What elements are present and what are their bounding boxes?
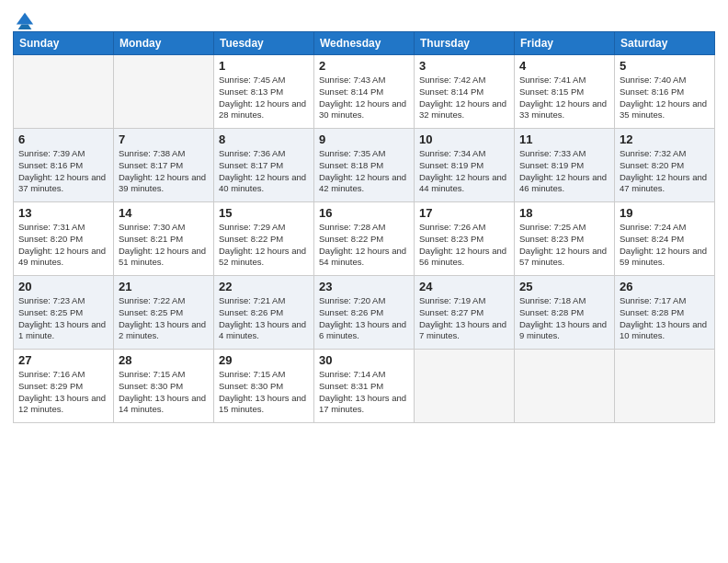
weekday-sunday: Sunday	[14, 32, 114, 55]
day-26: 26Sunrise: 7:17 AMSunset: 8:28 PMDayligh…	[615, 276, 715, 350]
day-info: Sunrise: 7:45 AMSunset: 8:13 PMDaylight:…	[219, 75, 309, 121]
day-number: 23	[319, 280, 409, 293]
day-11: 11Sunrise: 7:33 AMSunset: 8:19 PMDayligh…	[515, 129, 615, 202]
weekday-saturday: Saturday	[615, 32, 715, 55]
day-number: 27	[18, 353, 108, 367]
day-number: 24	[419, 280, 509, 293]
day-info: Sunrise: 7:40 AMSunset: 8:16 PMDaylight:…	[620, 75, 710, 121]
day-12: 12Sunrise: 7:32 AMSunset: 8:20 PMDayligh…	[615, 129, 715, 202]
day-number: 2	[319, 59, 409, 73]
day-25: 25Sunrise: 7:18 AMSunset: 8:28 PMDayligh…	[515, 276, 615, 350]
week-row-4: 27Sunrise: 7:16 AMSunset: 8:29 PMDayligh…	[14, 350, 715, 423]
day-number: 19	[620, 206, 710, 220]
logo-icon	[15, 9, 35, 29]
day-number: 26	[620, 280, 710, 293]
weekday-thursday: Thursday	[415, 32, 515, 55]
day-info: Sunrise: 7:30 AMSunset: 8:21 PMDaylight:…	[119, 222, 209, 269]
day-info: Sunrise: 7:15 AMSunset: 8:30 PMDaylight:…	[119, 369, 209, 416]
day-21: 21Sunrise: 7:22 AMSunset: 8:25 PMDayligh…	[114, 276, 214, 350]
day-15: 15Sunrise: 7:29 AMSunset: 8:22 PMDayligh…	[214, 202, 314, 276]
day-number: 20	[18, 280, 108, 293]
weekday-friday: Friday	[515, 32, 615, 55]
week-row-3: 20Sunrise: 7:23 AMSunset: 8:25 PMDayligh…	[14, 276, 715, 350]
day-number: 30	[319, 353, 409, 367]
day-number: 7	[119, 132, 209, 146]
weekday-header-row: SundayMondayTuesdayWednesdayThursdayFrid…	[14, 32, 715, 55]
day-info: Sunrise: 7:29 AMSunset: 8:22 PMDaylight:…	[219, 222, 309, 269]
day-number: 14	[119, 206, 209, 220]
weekday-monday: Monday	[114, 32, 214, 55]
day-number: 13	[18, 206, 108, 220]
week-row-2: 13Sunrise: 7:31 AMSunset: 8:20 PMDayligh…	[14, 202, 715, 276]
day-2: 2Sunrise: 7:43 AMSunset: 8:14 PMDaylight…	[314, 55, 415, 129]
day-info: Sunrise: 7:33 AMSunset: 8:19 PMDaylight:…	[519, 148, 609, 195]
day-info: Sunrise: 7:25 AMSunset: 8:23 PMDaylight:…	[519, 222, 609, 269]
day-number: 22	[219, 280, 309, 293]
day-number: 28	[119, 353, 209, 367]
day-info: Sunrise: 7:20 AMSunset: 8:26 PMDaylight:…	[319, 295, 409, 342]
day-number: 29	[219, 353, 309, 367]
week-row-0: 1Sunrise: 7:45 AMSunset: 8:13 PMDaylight…	[14, 55, 715, 129]
header	[13, 9, 715, 26]
day-info: Sunrise: 7:34 AMSunset: 8:19 PMDaylight:…	[419, 148, 509, 195]
empty-cell	[415, 350, 515, 423]
day-info: Sunrise: 7:22 AMSunset: 8:25 PMDaylight:…	[119, 295, 209, 342]
day-info: Sunrise: 7:28 AMSunset: 8:22 PMDaylight:…	[319, 222, 409, 269]
day-number: 5	[620, 59, 710, 73]
empty-cell	[515, 350, 615, 423]
day-19: 19Sunrise: 7:24 AMSunset: 8:24 PMDayligh…	[615, 202, 715, 276]
day-20: 20Sunrise: 7:23 AMSunset: 8:25 PMDayligh…	[14, 276, 114, 350]
day-number: 9	[319, 132, 409, 146]
day-info: Sunrise: 7:41 AMSunset: 8:15 PMDaylight:…	[519, 75, 609, 121]
day-14: 14Sunrise: 7:30 AMSunset: 8:21 PMDayligh…	[114, 202, 214, 276]
day-number: 3	[419, 59, 509, 73]
day-number: 15	[219, 206, 309, 220]
day-5: 5Sunrise: 7:40 AMSunset: 8:16 PMDaylight…	[615, 55, 715, 129]
day-1: 1Sunrise: 7:45 AMSunset: 8:13 PMDaylight…	[214, 55, 314, 129]
day-number: 12	[620, 132, 710, 146]
empty-cell	[14, 55, 114, 129]
day-number: 11	[519, 132, 609, 146]
day-29: 29Sunrise: 7:15 AMSunset: 8:30 PMDayligh…	[214, 350, 314, 423]
day-info: Sunrise: 7:23 AMSunset: 8:25 PMDaylight:…	[18, 295, 108, 342]
day-info: Sunrise: 7:16 AMSunset: 8:29 PMDaylight:…	[18, 369, 108, 416]
day-info: Sunrise: 7:32 AMSunset: 8:20 PMDaylight:…	[620, 148, 710, 195]
day-info: Sunrise: 7:24 AMSunset: 8:24 PMDaylight:…	[620, 222, 710, 269]
logo	[13, 9, 35, 26]
day-13: 13Sunrise: 7:31 AMSunset: 8:20 PMDayligh…	[14, 202, 114, 276]
day-24: 24Sunrise: 7:19 AMSunset: 8:27 PMDayligh…	[415, 276, 515, 350]
day-info: Sunrise: 7:39 AMSunset: 8:16 PMDaylight:…	[18, 148, 108, 195]
empty-cell	[615, 350, 715, 423]
day-22: 22Sunrise: 7:21 AMSunset: 8:26 PMDayligh…	[214, 276, 314, 350]
day-17: 17Sunrise: 7:26 AMSunset: 8:23 PMDayligh…	[415, 202, 515, 276]
day-info: Sunrise: 7:21 AMSunset: 8:26 PMDaylight:…	[219, 295, 309, 342]
day-info: Sunrise: 7:18 AMSunset: 8:28 PMDaylight:…	[519, 295, 609, 342]
day-info: Sunrise: 7:36 AMSunset: 8:17 PMDaylight:…	[219, 148, 309, 195]
calendar: SundayMondayTuesdayWednesdayThursdayFrid…	[13, 31, 715, 423]
day-info: Sunrise: 7:26 AMSunset: 8:23 PMDaylight:…	[419, 222, 509, 269]
day-info: Sunrise: 7:42 AMSunset: 8:14 PMDaylight:…	[419, 75, 509, 121]
week-row-1: 6Sunrise: 7:39 AMSunset: 8:16 PMDaylight…	[14, 129, 715, 202]
day-info: Sunrise: 7:15 AMSunset: 8:30 PMDaylight:…	[219, 369, 309, 416]
weekday-wednesday: Wednesday	[314, 32, 415, 55]
day-30: 30Sunrise: 7:14 AMSunset: 8:31 PMDayligh…	[314, 350, 415, 423]
day-8: 8Sunrise: 7:36 AMSunset: 8:17 PMDaylight…	[214, 129, 314, 202]
day-info: Sunrise: 7:19 AMSunset: 8:27 PMDaylight:…	[419, 295, 509, 342]
empty-cell	[114, 55, 214, 129]
day-6: 6Sunrise: 7:39 AMSunset: 8:16 PMDaylight…	[14, 129, 114, 202]
day-23: 23Sunrise: 7:20 AMSunset: 8:26 PMDayligh…	[314, 276, 415, 350]
day-info: Sunrise: 7:35 AMSunset: 8:18 PMDaylight:…	[319, 148, 409, 195]
page: SundayMondayTuesdayWednesdayThursdayFrid…	[0, 0, 728, 563]
day-number: 17	[419, 206, 509, 220]
svg-marker-1	[18, 25, 32, 30]
day-10: 10Sunrise: 7:34 AMSunset: 8:19 PMDayligh…	[415, 129, 515, 202]
day-4: 4Sunrise: 7:41 AMSunset: 8:15 PMDaylight…	[515, 55, 615, 129]
day-18: 18Sunrise: 7:25 AMSunset: 8:23 PMDayligh…	[515, 202, 615, 276]
day-7: 7Sunrise: 7:38 AMSunset: 8:17 PMDaylight…	[114, 129, 214, 202]
day-9: 9Sunrise: 7:35 AMSunset: 8:18 PMDaylight…	[314, 129, 415, 202]
day-number: 1	[219, 59, 309, 73]
day-16: 16Sunrise: 7:28 AMSunset: 8:22 PMDayligh…	[314, 202, 415, 276]
day-info: Sunrise: 7:38 AMSunset: 8:17 PMDaylight:…	[119, 148, 209, 195]
day-27: 27Sunrise: 7:16 AMSunset: 8:29 PMDayligh…	[14, 350, 114, 423]
day-3: 3Sunrise: 7:42 AMSunset: 8:14 PMDaylight…	[415, 55, 515, 129]
